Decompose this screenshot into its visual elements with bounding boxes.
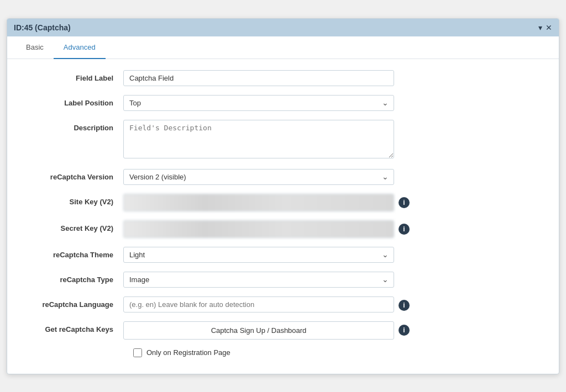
get-recaptcha-keys-label: Get reCaptcha Keys: [24, 321, 123, 333]
description-label: Description: [24, 120, 123, 132]
description-textarea-wrap: [123, 120, 394, 160]
description-textarea[interactable]: [123, 120, 394, 158]
site-key-row: Site Key (V2) i: [24, 194, 542, 211]
recaptcha-theme-select-wrap: Light Dark ⌄: [123, 247, 394, 263]
captcha-signup-button[interactable]: Captcha Sign Up / Dashboard: [123, 321, 394, 340]
registration-checkbox-row: Only on Registration Page: [133, 348, 542, 357]
recaptcha-version-control: Version 2 (visible) Version 3 (invisible…: [123, 169, 542, 185]
label-position-control: Top Left Right Hidden ⌄: [123, 95, 542, 111]
recaptcha-type-label: reCaptcha Type: [24, 272, 123, 284]
get-recaptcha-keys-row: Get reCaptcha Keys Captcha Sign Up / Das…: [24, 321, 542, 340]
get-recaptcha-keys-info-icon[interactable]: i: [399, 325, 410, 336]
site-key-control: i: [123, 194, 542, 211]
label-position-select[interactable]: Top Left Right Hidden: [123, 95, 394, 111]
description-control: [123, 120, 542, 160]
recaptcha-theme-row: reCaptcha Theme Light Dark ⌄: [24, 247, 542, 263]
recaptcha-version-label: reCaptcha Version: [24, 169, 123, 181]
get-recaptcha-keys-control: Captcha Sign Up / Dashboard i: [123, 321, 542, 340]
secret-key-label: Secret Key (V2): [24, 220, 123, 232]
recaptcha-language-label: reCaptcha Language: [24, 296, 123, 309]
label-position-label: Label Position: [24, 95, 123, 107]
recaptcha-type-control: Image Audio ⌄: [123, 272, 542, 288]
dialog-title: ID:45 (Captcha): [14, 23, 71, 32]
recaptcha-language-info-icon[interactable]: i: [399, 300, 410, 311]
dialog-window: ID:45 (Captcha) ▾ ✕ Basic Advanced Field…: [7, 18, 559, 374]
recaptcha-theme-label: reCaptcha Theme: [24, 247, 123, 259]
secret-key-input[interactable]: [123, 220, 394, 238]
recaptcha-version-select[interactable]: Version 2 (visible) Version 3 (invisible…: [123, 169, 394, 185]
recaptcha-type-select-wrap: Image Audio ⌄: [123, 272, 394, 288]
dialog-body: Field Label Label Position Top Left Righ…: [7, 59, 559, 374]
recaptcha-type-row: reCaptcha Type Image Audio ⌄: [24, 272, 542, 288]
tab-advanced[interactable]: Advanced: [54, 36, 106, 59]
recaptcha-type-select[interactable]: Image Audio: [123, 272, 394, 288]
recaptcha-theme-select[interactable]: Light Dark: [123, 247, 394, 263]
recaptcha-language-row: reCaptcha Language i: [24, 296, 542, 312]
field-label-row: Field Label: [24, 70, 542, 86]
description-row: Description: [24, 120, 542, 160]
titlebar-controls: ▾ ✕: [538, 24, 552, 31]
label-position-row: Label Position Top Left Right Hidden ⌄: [24, 95, 542, 111]
recaptcha-language-input[interactable]: [123, 296, 394, 312]
tabs-bar: Basic Advanced: [7, 36, 559, 59]
recaptcha-version-row: reCaptcha Version Version 2 (visible) Ve…: [24, 169, 542, 185]
registration-checkbox-label: Only on Registration Page: [146, 348, 230, 357]
field-label-label: Field Label: [24, 70, 123, 82]
recaptcha-version-select-wrap: Version 2 (visible) Version 3 (invisible…: [123, 169, 394, 185]
recaptcha-theme-control: Light Dark ⌄: [123, 247, 542, 263]
registration-checkbox[interactable]: [133, 348, 142, 357]
secret-key-control: i: [123, 220, 542, 238]
site-key-info-icon[interactable]: i: [399, 197, 410, 208]
site-key-input[interactable]: [123, 194, 394, 211]
secret-key-info-icon[interactable]: i: [399, 224, 410, 235]
secret-key-row: Secret Key (V2) i: [24, 220, 542, 238]
close-button[interactable]: ✕: [546, 24, 552, 31]
site-key-label: Site Key (V2): [24, 194, 123, 206]
tab-basic[interactable]: Basic: [16, 36, 54, 59]
collapse-button[interactable]: ▾: [538, 24, 542, 31]
field-label-control: [123, 70, 542, 86]
dialog-titlebar: ID:45 (Captcha) ▾ ✕: [7, 19, 559, 36]
recaptcha-language-input-wrap: [123, 296, 394, 312]
recaptcha-language-control: i: [123, 296, 542, 312]
field-label-input-wrap: [123, 70, 394, 86]
field-label-input[interactable]: [123, 70, 394, 86]
label-position-select-wrap: Top Left Right Hidden ⌄: [123, 95, 394, 111]
